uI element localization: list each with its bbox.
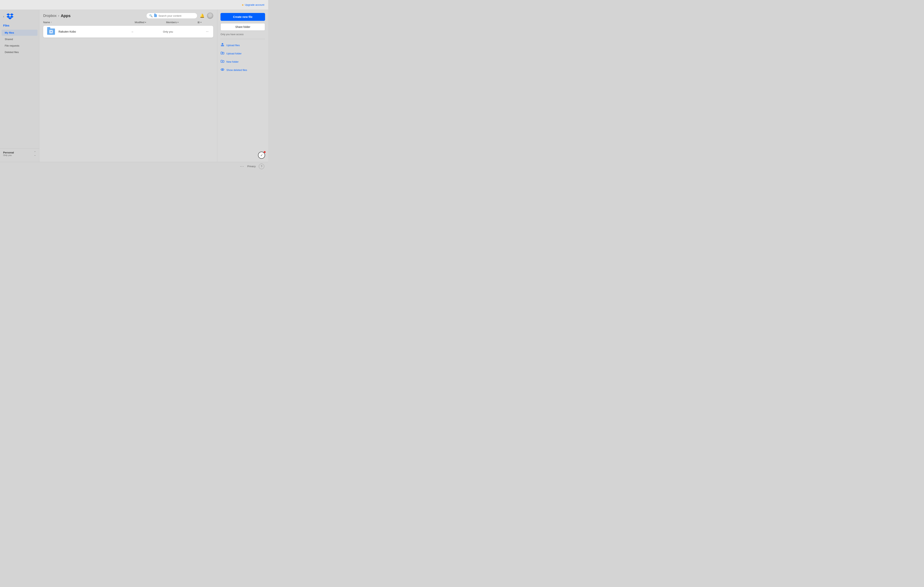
sidebar-account-info: Personal Only you (3, 151, 14, 156)
show-deleted-files-link[interactable]: Show deleted files (221, 67, 265, 73)
main-layout: ‹ Files My files Shared File requests (0, 10, 268, 162)
file-modified: -- (132, 30, 163, 33)
col-actions-header[interactable]: ⊞ ▾ (198, 21, 213, 24)
modified-dropdown-icon: ▾ (145, 21, 146, 23)
upgrade-account-link[interactable]: ★ Upgrade account (241, 3, 264, 7)
content-area: Dropbox › Apps 🔍 🔔 Name (39, 10, 217, 162)
eye-icon (221, 68, 224, 72)
access-text: Only you have access (221, 33, 265, 36)
file-members: Only you (163, 30, 195, 33)
upload-folder-icon (221, 51, 224, 56)
sync-status-icon: ✓ (258, 152, 265, 159)
folder-plugin-icon: ✦ (47, 28, 55, 35)
table-row[interactable]: ✦ Rakuten Kobo -- Only you ··· (43, 26, 213, 38)
breadcrumb: Dropbox › Apps (43, 13, 71, 18)
dropbox-logo-icon (7, 13, 13, 20)
sidebar-account-expand-button[interactable]: ⌃⌄ (34, 151, 36, 156)
search-icon: 🔍 (149, 14, 153, 17)
divider (221, 39, 265, 39)
sidebar-account-name: Personal (3, 151, 14, 154)
star-icon: ★ (241, 3, 244, 7)
svg-point-2 (221, 69, 224, 71)
name-sort-icon: ↑ (51, 21, 52, 23)
search-bar[interactable]: 🔍 (146, 13, 197, 19)
breadcrumb-current: Apps (61, 13, 71, 18)
status-dot (264, 151, 266, 153)
view-dropdown-icon: ▾ (200, 21, 201, 23)
breadcrumb-root[interactable]: Dropbox (43, 14, 56, 18)
help-icon: ? (261, 165, 262, 168)
new-folder-link[interactable]: New folder (221, 59, 265, 64)
topbar: ★ Upgrade account (0, 0, 268, 10)
bottom-more-button[interactable]: ··· (240, 164, 244, 169)
file-more-button[interactable]: ··· (205, 29, 210, 34)
sidebar-account-subtitle: Only you (3, 154, 14, 156)
breadcrumb-arrow-icon: › (58, 14, 59, 18)
bell-icon: 🔔 (200, 13, 205, 18)
sidebar-item-my-files[interactable]: My files (2, 30, 38, 36)
content-header: Dropbox › Apps 🔍 🔔 (39, 10, 217, 19)
sidebar-logo-area: ‹ (0, 13, 39, 24)
table-header: Name ↑ Modified ▾ Members ▾ ⊞ ▾ (39, 19, 217, 26)
sidebar-bottom: Personal Only you ⌃⌄ (0, 148, 39, 159)
notifications-button[interactable]: 🔔 (200, 13, 205, 18)
col-modified-header[interactable]: Modified ▾ (135, 21, 166, 24)
svg-rect-1 (221, 46, 224, 46)
help-button[interactable]: ? (259, 164, 264, 169)
sidebar-item-deleted-files[interactable]: Deleted files (2, 49, 38, 55)
search-input[interactable] (158, 14, 195, 17)
col-name-header[interactable]: Name ↑ (43, 21, 135, 24)
members-dropdown-icon: ▾ (178, 21, 178, 23)
sidebar-collapse-button[interactable]: ‹ (3, 15, 4, 18)
file-name: Rakuten Kobo (58, 30, 132, 33)
bottom-bar: ··· Privacy ? (0, 162, 268, 170)
avatar-button[interactable] (207, 13, 213, 19)
sidebar-section-title: Files (0, 24, 39, 30)
plugin-badge: ✦ (49, 30, 53, 33)
file-icon-wrap: ✦ (46, 28, 56, 36)
header-right: 🔍 🔔 (146, 13, 213, 19)
sidebar-account-row: Personal Only you ⌃⌄ (3, 151, 36, 156)
svg-point-3 (222, 69, 223, 70)
avatar (207, 13, 213, 19)
create-new-file-button[interactable]: Create new file (221, 13, 265, 21)
upload-folder-link[interactable]: Upload folder (221, 51, 265, 56)
sidebar-nav: My files Shared File requests Deleted fi… (0, 30, 39, 55)
sidebar-item-shared[interactable]: Shared (2, 36, 38, 42)
upload-files-link[interactable]: Upload files (221, 42, 265, 48)
col-members-header[interactable]: Members ▾ (166, 21, 198, 24)
upload-file-icon (221, 43, 224, 47)
file-actions: ··· (195, 29, 210, 34)
privacy-link[interactable]: Privacy (247, 165, 256, 168)
share-folder-button[interactable]: Share folder (221, 23, 265, 31)
search-folder-icon (154, 14, 157, 17)
sidebar-item-file-requests[interactable]: File requests (2, 43, 38, 49)
new-folder-icon (221, 60, 224, 64)
file-list: ✦ Rakuten Kobo -- Only you ··· (39, 26, 217, 162)
right-panel: Create new file Share folder Only you ha… (217, 10, 268, 162)
upgrade-label: Upgrade account (245, 3, 264, 6)
view-options-icon: ⊞ (198, 21, 200, 24)
sidebar: ‹ Files My files Shared File requests (0, 10, 39, 162)
